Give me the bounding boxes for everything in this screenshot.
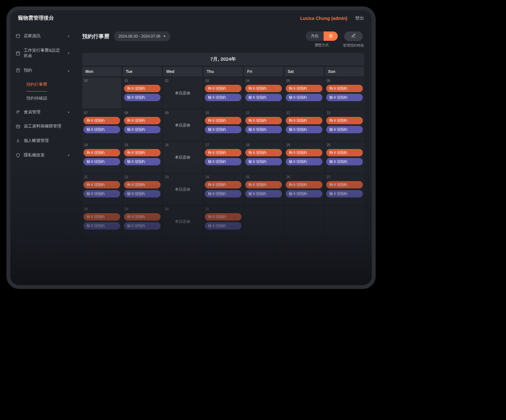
view-month-button[interactable]: 月份 [306,31,324,41]
event-cat[interactable]: 貓 6 項預約 [205,158,241,165]
calendar-day-cell[interactable]: 11狗 6 項預約貓 6 項預約 [244,110,283,141]
calendar-day-cell[interactable] [284,206,324,237]
sidebar-item-3[interactable]: 會員管理▾ [10,105,74,119]
event-cat[interactable]: 貓 6 項預約 [205,190,241,197]
event-dog[interactable]: 狗 6 項預約 [326,85,363,92]
calendar-day-cell[interactable]: 17狗 6 項預約貓 6 項預約 [204,142,243,173]
sidebar-item-1[interactable]: 工作室行事曆&設定班表▾ [10,43,74,63]
event-cat[interactable]: 貓 6 項預約 [286,94,322,101]
event-cat[interactable]: 貓 6 項預約 [124,126,161,133]
event-cat[interactable]: 貓 6 項預約 [326,158,363,165]
event-dog[interactable]: 狗 6 項預約 [326,117,363,124]
calendar-day-cell[interactable]: 01狗 6 項預約貓 6 項預約 [123,78,162,109]
calendar-day-cell[interactable]: 27狗 6 項預約貓 6 項預約 [325,174,364,205]
view-week-button[interactable]: 週 [324,31,338,41]
sidebar-item-6[interactable]: 隱私權政策▾ [10,148,74,162]
event-cat[interactable]: 貓 6 項預約 [326,126,363,133]
sidebar-item-5[interactable]: 個人帳號管理 [10,134,74,148]
calendar-day-cell[interactable]: 03狗 6 項預約貓 6 項預約 [204,78,243,109]
calendar-day-cell[interactable]: 21狗 6 項預約貓 6 項預約 [82,174,121,205]
event-dog[interactable]: 狗 6 項預約 [124,149,161,156]
date-range-picker[interactable]: 2024.06.30 - 2024.07.06 ▼ [114,31,170,41]
calendar-day-cell[interactable] [325,206,364,237]
calendar-day-cell[interactable]: 08狗 6 項預約貓 6 項預約 [123,110,162,141]
sidebar-subitem-2-1[interactable]: 預約待確認 [19,92,74,105]
event-cat[interactable]: 貓 6 項預約 [124,190,161,197]
calendar-day-cell[interactable]: 07狗 6 項預約貓 6 項預約 [82,110,121,141]
event-cat[interactable]: 貓 6 項預約 [205,94,241,101]
sidebar-item-2[interactable]: 預約▴ [10,63,74,78]
logout-button[interactable]: 登出 [355,15,364,21]
event-cat[interactable]: 貓 6 項預約 [124,158,161,165]
calendar-day-cell[interactable]: 04狗 6 項預約貓 6 項預約 [244,78,283,109]
event-dog[interactable]: 狗 6 項預約 [83,149,120,156]
event-dog[interactable]: 狗 6 項預約 [205,149,241,156]
event-cat[interactable]: 貓 6 項預約 [205,126,241,133]
event-cat[interactable]: 貓 6 項預約 [245,94,282,101]
calendar-day-cell[interactable] [244,206,283,237]
event-cat[interactable]: 貓 6 項預約 [286,190,322,197]
event-dog[interactable]: 狗 6 項預約 [286,85,322,92]
calendar-day-cell[interactable]: 18狗 6 項預約貓 6 項預約 [244,142,283,173]
calendar-day-cell[interactable]: 30本日店休 [163,206,202,237]
event-dog[interactable]: 狗 6 項預約 [245,149,282,156]
event-dog[interactable]: 狗 6 項預約 [245,117,282,124]
calendar-day-cell[interactable]: 28狗 6 項預約貓 6 項預約 [82,206,121,237]
event-cat[interactable]: 貓 6 項預約 [83,190,120,197]
event-dog[interactable]: 狗 6 項預約 [245,85,282,92]
event-dog[interactable]: 狗 6 項預約 [124,213,161,221]
calendar-day-cell[interactable]: 24狗 6 項預約貓 6 項預約 [204,174,243,205]
event-dog[interactable]: 狗 6 項預約 [124,181,161,188]
event-dog[interactable]: 狗 6 項預約 [205,213,241,221]
event-cat[interactable]: 貓 6 項預約 [245,190,282,197]
calendar-day-cell[interactable]: 25狗 6 項預約貓 6 項預約 [244,174,283,205]
calendar-day-cell[interactable]: 20狗 6 項預約貓 6 項預約 [325,142,364,173]
event-dog[interactable]: 狗 6 項預約 [124,85,161,92]
calendar-day-cell[interactable]: 26狗 6 項預約貓 6 項預約 [284,174,324,205]
calendar-day-cell[interactable]: 02本日店休 [163,78,202,109]
manage-slots-button[interactable] [344,31,363,41]
event-cat[interactable]: 貓 6 項預約 [286,158,322,165]
calendar-day-cell[interactable]: 30 [82,78,121,109]
calendar-day-cell[interactable]: 19狗 6 項預約貓 6 項預約 [284,142,324,173]
calendar-day-cell[interactable]: 06狗 6 項預約貓 6 項預約 [325,78,364,109]
event-dog[interactable]: 狗 6 項預約 [245,181,282,188]
event-dog[interactable]: 狗 6 項預約 [286,181,322,188]
event-dog[interactable]: 狗 6 項預約 [205,85,241,92]
calendar-day-cell[interactable]: 23本日店休 [163,174,202,205]
event-cat[interactable]: 貓 6 項預約 [245,126,282,133]
calendar-day-cell[interactable]: 29狗 6 項預約貓 6 項預約 [123,206,162,237]
calendar-day-cell[interactable]: 16本日店休 [163,142,202,173]
event-dog[interactable]: 狗 6 項預約 [83,117,120,124]
event-cat[interactable]: 貓 6 項預約 [124,222,161,230]
event-dog[interactable]: 狗 6 項預約 [205,181,241,188]
event-dog[interactable]: 狗 6 項預約 [286,149,322,156]
calendar-day-cell[interactable]: 31狗 6 項預約貓 6 項預約 [204,206,243,237]
event-cat[interactable]: 貓 6 項預約 [326,94,363,101]
event-dog[interactable]: 狗 6 項預約 [205,117,241,124]
calendar-day-cell[interactable]: 12狗 6 項預約貓 6 項預約 [284,110,324,141]
event-cat[interactable]: 貓 6 項預約 [83,126,120,133]
event-cat[interactable]: 貓 6 項預約 [205,222,241,230]
event-dog[interactable]: 狗 6 項預約 [83,181,120,188]
event-cat[interactable]: 貓 6 項預約 [124,94,161,101]
event-dog[interactable]: 狗 6 項預約 [124,117,161,124]
event-dog[interactable]: 狗 6 項預約 [326,149,363,156]
calendar-day-cell[interactable]: 09本日店休 [163,110,202,141]
event-dog[interactable]: 狗 6 項預約 [326,181,363,188]
calendar-day-cell[interactable]: 10狗 6 項預約貓 6 項預約 [204,110,243,141]
calendar-day-cell[interactable]: 14狗 6 項預約貓 6 項預約 [82,142,121,173]
event-cat[interactable]: 貓 6 項預約 [83,158,120,165]
event-cat[interactable]: 貓 6 項預約 [245,158,282,165]
sidebar-item-0[interactable]: 店家資訊▾ [10,29,74,43]
event-cat[interactable]: 貓 6 項預約 [286,126,322,133]
event-dog[interactable]: 狗 6 項預約 [83,213,120,221]
calendar-day-cell[interactable]: 22狗 6 項預約貓 6 項預約 [123,174,162,205]
sidebar-item-4[interactable]: 員工資料與權限管理 [10,119,74,134]
sidebar-subitem-2-0[interactable]: 預約行事曆 [26,78,47,92]
event-cat[interactable]: 貓 6 項預約 [326,190,363,197]
event-dog[interactable]: 狗 6 項預約 [286,117,322,124]
event-cat[interactable]: 貓 6 項預約 [83,222,120,230]
user-label[interactable]: Lusica Chung (admin) [300,16,347,21]
calendar-day-cell[interactable]: 15狗 6 項預約貓 6 項預約 [123,142,162,173]
